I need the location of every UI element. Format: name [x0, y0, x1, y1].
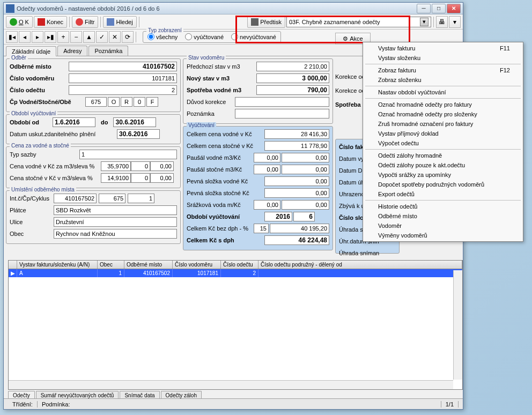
grid-col-vystav[interactable]: Vystav fakturu/složenku (A/N)	[17, 261, 98, 269]
intc-field[interactable]: 410167502	[54, 194, 97, 203]
confirm-button[interactable]: ✓	[96, 31, 108, 43]
konec-button[interactable]: Konec	[34, 16, 67, 28]
menu-item[interactable]: Export odečtů	[363, 189, 523, 199]
poznamka-field[interactable]	[235, 109, 329, 118]
menu-item[interactable]: Zobraz složenku	[363, 75, 523, 85]
typ-sazby-field[interactable]: 1	[79, 150, 177, 159]
duvod-field[interactable]	[235, 97, 329, 107]
maximize-button[interactable]: □	[432, 4, 446, 13]
stocne-kc-field[interactable]: 0,00	[150, 173, 174, 183]
ulice-field[interactable]: Družstevní	[54, 217, 177, 227]
cena-vodne-kc-field[interactable]: 28 416,30	[264, 129, 329, 139]
grid-col-obec[interactable]: Obec	[98, 261, 124, 269]
menu-item[interactable]: Nastav období vyúčtování	[363, 87, 523, 97]
vodne-kc-field[interactable]: 0,00	[150, 161, 174, 171]
vsn3-field[interactable]: 0	[134, 97, 145, 107]
pausal-vodne-kc[interactable]: 0,00	[282, 153, 329, 162]
remove-button[interactable]: −	[70, 31, 82, 43]
menu-item[interactable]: Označ hromadně odečty pro složenky	[363, 109, 523, 119]
print-menu-button[interactable]: 🖶	[436, 16, 448, 28]
add-button[interactable]: +	[57, 31, 69, 43]
menu-item[interactable]: Vystav složenku	[363, 53, 523, 63]
cena-stocne-kc-field[interactable]: 11 778,90	[264, 141, 329, 151]
bez-dph-field[interactable]: 40 195,20	[270, 224, 329, 233]
srazkova-m-field[interactable]: 0,00	[254, 200, 280, 210]
tab-poznamka[interactable]: Poznámka	[88, 46, 128, 56]
obd-mes-field[interactable]: 6	[293, 212, 315, 221]
menu-item[interactable]: Zruš hromadné označení pro faktury	[363, 119, 523, 129]
menu-item[interactable]: Odběrné místo	[363, 211, 523, 221]
sleva-stocne-field[interactable]: 0	[131, 173, 150, 183]
table-row[interactable]: ▶ A 1 410167502 1017181 2	[9, 269, 462, 277]
radio-nevyuctovane[interactable]: nevyúčtované	[231, 33, 276, 40]
odberne-misto-field[interactable]: 410167502	[69, 62, 177, 71]
menu-item[interactable]: Historie odečtů	[363, 202, 523, 211]
obdobi-do-field[interactable]: 30.6.2016	[113, 117, 156, 127]
cancel-edit-button[interactable]: ✕	[109, 31, 121, 43]
menu-item[interactable]: Odečti zálohy pouze k akt.odečtu	[363, 160, 523, 170]
spotreba-field[interactable]: 790,00	[256, 85, 329, 95]
print-dropdown[interactable]: ▾	[449, 16, 461, 28]
grid-col-marker[interactable]	[9, 261, 17, 269]
vsn2-field[interactable]: R	[121, 97, 132, 107]
srazkova-kc-field[interactable]: 0,00	[282, 200, 329, 210]
datum-plneni-field[interactable]: 30.6.2016	[117, 129, 160, 139]
menu-item[interactable]: Zobraz fakturuF12	[363, 65, 523, 75]
menu-item[interactable]: Výměny vodoměrů	[363, 231, 523, 240]
grid-scroll-h[interactable]	[9, 380, 453, 389]
last-button[interactable]: ▸▮	[45, 31, 56, 43]
menu-item[interactable]: Vodoměr	[363, 221, 523, 231]
predtisk-button[interactable]: Předtisk	[247, 16, 285, 28]
pausal-stocne-kc[interactable]: 0,00	[282, 165, 329, 174]
menu-item[interactable]: Označ hromadně odečty pro faktury	[363, 100, 523, 109]
cena-vodne-field[interactable]: 35,9700	[101, 161, 131, 171]
cp-field[interactable]: 675	[85, 97, 107, 107]
grid-col-cisloode[interactable]: Číslo odečtu	[221, 261, 258, 269]
ok-button[interactable]: OOKK	[6, 16, 33, 28]
obdobi-od-field[interactable]: 1.6.2016	[53, 117, 95, 127]
pausal-stocne-m3[interactable]: 0,00	[254, 165, 280, 174]
edit-button[interactable]: ▲	[83, 31, 95, 43]
first-button[interactable]: ▮◂	[6, 31, 18, 43]
data-grid[interactable]: Vystav fakturu/složenku (A/N) Obec Odběr…	[8, 260, 463, 390]
novy-stav-field[interactable]: 3 000,00	[256, 73, 329, 83]
obd-rok-field[interactable]: 2016	[264, 212, 292, 221]
pausal-vodne-m3[interactable]: 0,00	[254, 153, 280, 162]
vsn4-field[interactable]: F	[146, 97, 158, 107]
next-button[interactable]: ▸	[32, 31, 43, 43]
menu-item[interactable]: Dopočet spotřeby podružných vodoměrů	[363, 180, 523, 189]
menu-item[interactable]: Odečti zálohy hromadně	[363, 151, 523, 160]
grid-col-cislovod[interactable]: Číslo vodoměru	[173, 261, 221, 269]
cislo-odectu-field[interactable]: 2	[69, 85, 177, 95]
radio-vsechny[interactable]: všechny	[147, 33, 178, 40]
minimize-button[interactable]: ─	[417, 4, 431, 13]
grid-col-odbmisto[interactable]: Odběrné místo	[124, 261, 173, 269]
menu-item[interactable]: Vypočti srážky za upomínky	[363, 170, 523, 180]
prev-button[interactable]: ◂	[19, 31, 31, 43]
dph-pct-field[interactable]: 15	[254, 224, 269, 233]
tab-adresy[interactable]: Adresy	[57, 46, 87, 56]
grid-col-podruzny[interactable]: Číslo odečtu podružný - dělený od	[258, 261, 462, 269]
cislo-vodomeru-field[interactable]: 1017181	[69, 73, 177, 83]
cp2-field[interactable]: 675	[99, 194, 125, 203]
s-dph-field[interactable]: 46 224,48	[264, 235, 329, 245]
close-button[interactable]: ✕	[447, 4, 461, 13]
reload-button[interactable]: ⟳	[122, 31, 134, 43]
chevron-down-icon[interactable]: ▾	[420, 18, 428, 26]
platce-field[interactable]: SBD Rozkvět	[54, 205, 177, 215]
radio-vyuctovane[interactable]: vyúčtované	[185, 33, 224, 40]
obec-field[interactable]: Rychnov nad Kněžnou	[54, 229, 177, 239]
predtisk-combo[interactable]: 03F. Chybně zaznamenané odečty ▾	[286, 17, 431, 27]
filtr-button[interactable]: Filtr	[72, 16, 98, 28]
menu-item[interactable]: Výpočet odečtu	[363, 138, 523, 148]
cena-stocne-field[interactable]: 14,9100	[101, 173, 131, 183]
grid-scroll-v[interactable]	[453, 270, 462, 380]
hledej-button[interactable]: Hledej	[103, 16, 136, 28]
menu-item[interactable]: Vystav příjmový doklad	[363, 129, 523, 138]
sleva-vodne-field[interactable]: 0	[131, 161, 150, 171]
pevna-vodne-field[interactable]: 0,00	[264, 176, 329, 186]
pevna-stocne-field[interactable]: 0,00	[264, 188, 329, 198]
predchozi-stav-field[interactable]: 2 210,00	[256, 62, 329, 71]
vsn1-field[interactable]: O	[108, 97, 120, 107]
menu-item[interactable]: Vystav fakturuF11	[363, 43, 523, 53]
